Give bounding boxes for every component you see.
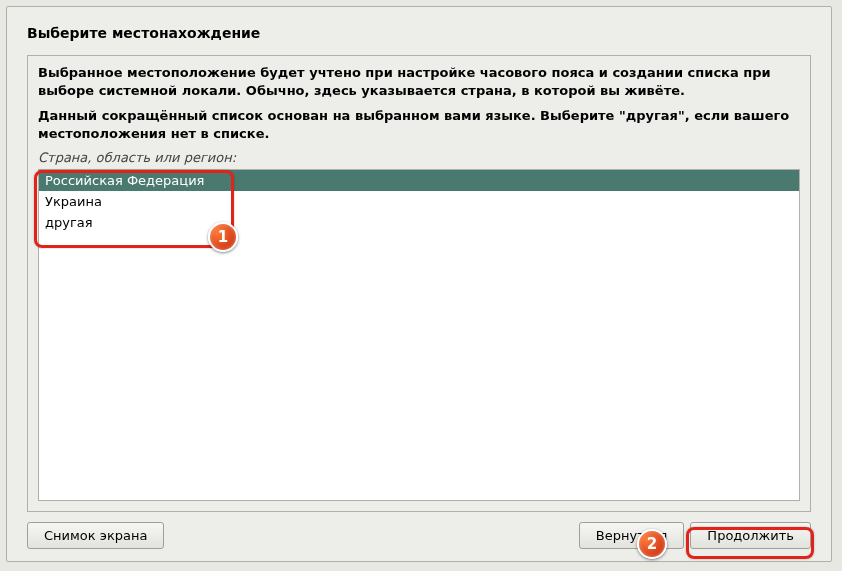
list-item[interactable]: другая <box>39 212 799 233</box>
screenshot-button[interactable]: Снимок экрана <box>27 522 164 549</box>
list-label: Страна, область или регион: <box>38 150 800 165</box>
installer-window: Выберите местонахождение Выбранное место… <box>6 6 832 562</box>
button-row: Снимок экрана Вернуться Продолжить <box>27 522 811 549</box>
page-title: Выберите местонахождение <box>27 25 811 41</box>
continue-button[interactable]: Продолжить <box>690 522 811 549</box>
content-frame: Выбранное местоположение будет учтено пр… <box>27 55 811 512</box>
description-2: Данный сокращённый список основан на выб… <box>38 107 800 142</box>
location-listbox[interactable]: Российская Федерация Украина другая <box>38 169 800 501</box>
list-item[interactable]: Российская Федерация <box>39 170 799 191</box>
description-1: Выбранное местоположение будет учтено пр… <box>38 64 800 99</box>
back-button[interactable]: Вернуться <box>579 522 685 549</box>
list-item[interactable]: Украина <box>39 191 799 212</box>
